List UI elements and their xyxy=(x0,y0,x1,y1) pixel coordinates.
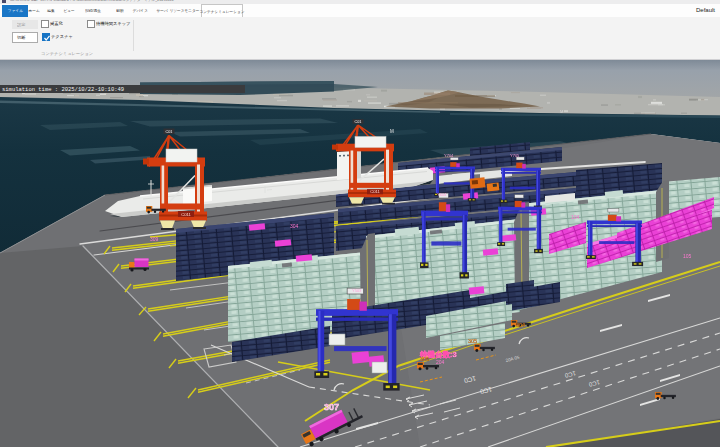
svg-text:305: 305 xyxy=(468,338,477,344)
svg-text:309: 309 xyxy=(150,236,159,242)
svg-text:Y503: Y503 xyxy=(352,288,362,293)
svg-text:304: 304 xyxy=(290,223,299,229)
svg-text:M: M xyxy=(390,129,394,134)
svg-text:104: 104 xyxy=(571,214,580,220)
svg-text:307: 307 xyxy=(324,402,339,412)
svg-text:Y604: Y604 xyxy=(437,192,447,197)
svg-text:M: M xyxy=(560,109,563,114)
svg-text:204: 204 xyxy=(436,359,445,365)
svg-text:Y705: Y705 xyxy=(510,153,520,158)
svg-text:306: 306 xyxy=(420,356,429,362)
svg-text:105: 105 xyxy=(683,253,692,259)
svg-text:Y704: Y704 xyxy=(444,153,454,158)
svg-text:304: 304 xyxy=(516,322,525,328)
